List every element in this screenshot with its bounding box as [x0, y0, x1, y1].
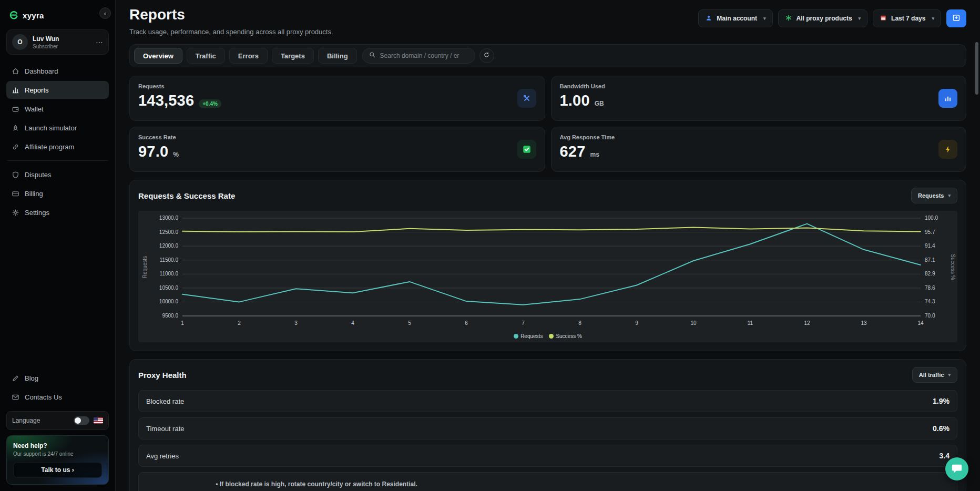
svg-text:13000.0: 13000.0 — [159, 215, 179, 221]
svg-text:11000.0: 11000.0 — [160, 271, 179, 277]
stat-card-success-rate: Success Rate 97.0 % — [129, 127, 545, 172]
chart-canvas: 9500.010000.010500.011000.011500.012000.… — [138, 211, 957, 342]
stat-value: 1.00 — [560, 92, 590, 109]
chart-metric-selector[interactable]: Requests ▾ — [911, 188, 957, 203]
search-icon — [369, 51, 376, 60]
sidebar-nav: Dashboard Reports Wallet Launch simulato… — [6, 62, 109, 221]
tab-billing[interactable]: Billing — [318, 48, 357, 64]
stat-card-requests: Requests 143,536 +0.4% — [129, 76, 545, 121]
nav-label: Affiliate program — [25, 143, 74, 151]
nav-label: Dashboard — [25, 67, 58, 75]
search-input[interactable] — [380, 52, 468, 59]
tab-overview[interactable]: Overview — [134, 48, 182, 64]
sidebar-item-settings[interactable]: Settings — [6, 203, 109, 221]
tab-traffic[interactable]: Traffic — [187, 48, 225, 64]
sidebar-item-launch-simulator[interactable]: Launch simulator — [6, 119, 109, 137]
credit-card-icon — [12, 190, 19, 198]
product-selector-label: All proxy products — [797, 15, 852, 22]
health-label: Timeout rate — [146, 425, 185, 433]
chevron-down-icon: ▾ — [932, 16, 934, 21]
sidebar-item-blog[interactable]: Blog — [6, 369, 109, 387]
health-card-title: Proxy Health — [138, 371, 187, 380]
recommendations-list: If blocked rate is high, rotate country/… — [216, 479, 426, 491]
nav-label: Billing — [25, 190, 43, 198]
svg-text:5: 5 — [408, 320, 411, 326]
svg-text:78.6: 78.6 — [925, 285, 935, 291]
svg-text:12: 12 — [804, 320, 810, 326]
health-traffic-label: All traffic — [919, 372, 944, 378]
chevron-down-icon: ▾ — [948, 193, 951, 198]
tab-targets[interactable]: Targets — [272, 48, 314, 64]
stat-value: 627 — [560, 143, 586, 160]
talk-to-us-button[interactable]: Talk to us › — [13, 462, 102, 478]
sidebar-item-disputes[interactable]: Disputes — [6, 166, 109, 183]
user-card[interactable]: O Luv Wun Subscriber ⋯ — [6, 29, 109, 55]
svg-text:8: 8 — [578, 320, 581, 326]
proxy-health-card: Proxy Health All traffic ▾ Blocked rate … — [129, 359, 966, 491]
health-value: 1.9% — [933, 397, 950, 405]
health-traffic-selector[interactable]: All traffic ▾ — [912, 367, 957, 383]
chat-widget-button[interactable] — [945, 457, 968, 480]
date-range-selector[interactable]: Last 7 days ▾ — [873, 9, 941, 27]
user-menu-button[interactable]: ⋯ — [96, 38, 103, 46]
chevron-down-icon: ▾ — [859, 16, 861, 21]
bolt-icon — [938, 140, 957, 159]
page-subtitle: Track usage, performance, and spending a… — [129, 28, 966, 36]
rocket-icon — [12, 124, 19, 132]
user-meta: Luv Wun Subscriber — [33, 35, 59, 49]
stat-unit: % — [173, 151, 179, 158]
account-selector[interactable]: Main account ▾ — [698, 9, 772, 27]
stat-unit: GB — [595, 100, 604, 107]
svg-text:13: 13 — [861, 320, 867, 326]
link-icon — [12, 143, 19, 151]
svg-text:91.4: 91.4 — [925, 243, 935, 249]
svg-text:Requests: Requests — [142, 256, 148, 278]
svg-text:3: 3 — [294, 320, 298, 326]
sidebar-collapse-button[interactable]: ‹ — [99, 7, 111, 19]
sidebar-item-reports[interactable]: Reports — [6, 81, 109, 99]
sidebar-item-billing[interactable]: Billing — [6, 185, 109, 202]
language-toggle[interactable] — [74, 416, 89, 425]
requests-success-card: Requests & Success Rate Requests ▾ 9500.… — [129, 180, 966, 351]
svg-text:10500.0: 10500.0 — [159, 285, 179, 291]
download-icon — [952, 14, 961, 24]
sidebar-item-contacts-us[interactable]: Contacts Us — [6, 388, 109, 406]
trend-badge: +0.4% — [199, 99, 221, 108]
scrollbar-thumb[interactable] — [975, 42, 978, 95]
avatar: O — [12, 34, 28, 50]
main-content: Reports Track usage, performance, and sp… — [116, 0, 980, 491]
date-range-label: Last 7 days — [891, 15, 925, 22]
product-selector[interactable]: All proxy products ▾ — [778, 9, 868, 27]
svg-text:70.0: 70.0 — [925, 313, 935, 319]
chart-icon — [938, 89, 957, 108]
nav-label: Settings — [25, 209, 49, 217]
legend-item-success: Success % — [547, 333, 584, 339]
us-flag-icon — [94, 417, 103, 424]
stat-label: Success Rate — [138, 134, 536, 140]
export-button[interactable] — [946, 9, 966, 27]
svg-text:82.9: 82.9 — [925, 271, 935, 277]
refresh-button[interactable] — [479, 48, 494, 63]
svg-text:11: 11 — [748, 320, 753, 326]
tab-errors[interactable]: Errors — [229, 48, 268, 64]
health-value: 0.6% — [933, 424, 950, 433]
health-row-avg-retries: Avg retries 3.4 — [138, 445, 957, 467]
stat-cards: Requests 143,536 +0.4% Bandwidth Used 1.… — [129, 76, 966, 172]
sidebar-item-affiliate-program[interactable]: Affiliate program — [6, 138, 109, 156]
user-role: Subscriber — [33, 44, 59, 49]
report-tabs: Overview Traffic Errors Targets Billing — [129, 44, 966, 67]
refresh-icon — [483, 52, 490, 60]
svg-text:100.0: 100.0 — [925, 215, 938, 221]
svg-text:74.3: 74.3 — [925, 299, 935, 304]
chevron-down-icon: ▾ — [763, 16, 766, 21]
legend-dot — [549, 334, 554, 339]
legend-label: Requests — [520, 333, 543, 339]
language-row: Language — [6, 411, 109, 430]
checkbox-icon — [517, 140, 536, 159]
sidebar-item-dashboard[interactable]: Dashboard — [6, 62, 109, 80]
chat-bubble-icon — [951, 463, 963, 476]
sidebar-divider — [7, 160, 108, 161]
legend-label: Success % — [556, 333, 581, 339]
sidebar-item-wallet[interactable]: Wallet — [6, 100, 109, 118]
svg-text:2: 2 — [238, 320, 241, 326]
